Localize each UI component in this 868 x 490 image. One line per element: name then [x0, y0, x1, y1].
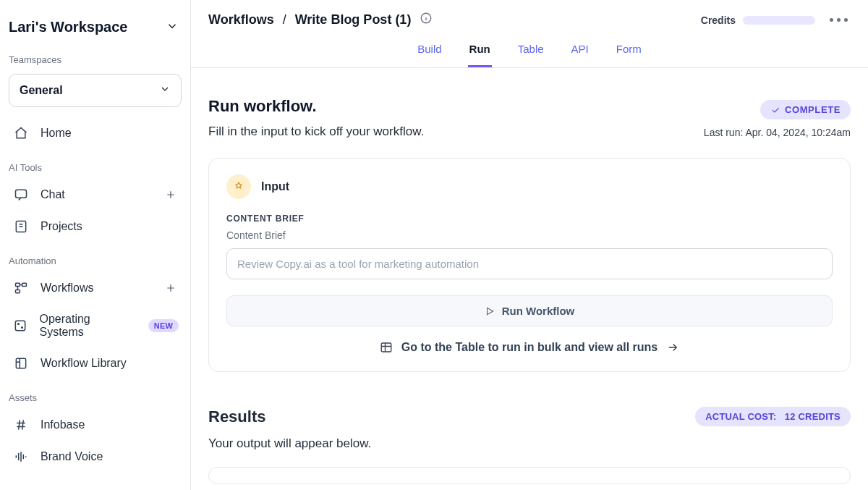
sidebar-item-workflow-library[interactable]: Workflow Library: [7, 347, 183, 379]
sidebar-item-label: Projects: [41, 220, 82, 233]
sidebar-item-workflows[interactable]: Workflows: [7, 272, 163, 304]
automation-label: Automation: [7, 242, 183, 272]
cost-badge: ACTUAL COST: 12 CREDITS: [695, 407, 851, 426]
tab-build[interactable]: Build: [416, 37, 443, 67]
sidebar-item-label: Workflows: [41, 282, 94, 295]
input-icon: [226, 174, 251, 199]
tab-form[interactable]: Form: [615, 37, 643, 67]
input-card: Input CONTENT BRIEF Content Brief Run Wo…: [208, 158, 851, 372]
sidebar-item-label: Home: [41, 127, 72, 140]
sidebar-item-label: Brand Voice: [41, 450, 103, 463]
tabs: Build Run Table API Form: [191, 37, 868, 68]
brand-voice-icon: [12, 449, 30, 464]
svg-rect-0: [16, 190, 27, 198]
svg-rect-8: [16, 358, 25, 368]
play-icon: [485, 306, 495, 316]
run-title: Run workflow.: [208, 97, 424, 116]
workspace-name: Lari's Workspace: [9, 19, 127, 35]
credits-bar: [743, 16, 815, 25]
check-icon: [770, 105, 780, 115]
run-subtitle: Fill in the input to kick off your workf…: [208, 124, 424, 139]
info-icon[interactable]: [420, 12, 433, 28]
run-button-label: Run Workflow: [502, 305, 575, 317]
tab-run[interactable]: Run: [468, 37, 492, 67]
library-icon: [12, 356, 30, 371]
operating-systems-icon: [12, 318, 30, 333]
sidebar-item-home[interactable]: Home: [7, 117, 183, 149]
results-title: Results: [208, 407, 265, 426]
cost-value: 12 CREDITS: [785, 411, 841, 422]
svg-rect-10: [381, 343, 391, 352]
chevron-down-icon: [159, 83, 171, 98]
content: Run workflow. Fill in the input to kick …: [191, 68, 868, 490]
tab-api[interactable]: API: [570, 37, 590, 67]
results-subtitle: Your output will appear below.: [208, 436, 851, 451]
ai-tools-label: AI Tools: [7, 149, 183, 179]
bulk-link-text: Go to the Table to run in bulk and view …: [401, 341, 658, 354]
chat-icon: [12, 187, 30, 202]
cost-label: ACTUAL COST:: [705, 411, 776, 422]
chevron-down-icon: [166, 20, 179, 35]
field-sublabel: Content Brief: [226, 229, 833, 241]
breadcrumb-bar: Workflows / Write Blog Post (1) Credits: [191, 0, 868, 37]
sidebar-item-chat[interactable]: Chat: [7, 179, 163, 211]
add-workflow-button[interactable]: [163, 280, 179, 296]
svg-rect-5: [16, 321, 25, 330]
svg-point-6: [18, 324, 20, 325]
home-icon: [12, 126, 30, 140]
teamspaces-label: Teamspaces: [7, 41, 183, 71]
last-run-text: Last run: Apr. 04, 2024, 10:24am: [704, 127, 851, 138]
projects-icon: [12, 219, 30, 234]
svg-rect-4: [16, 290, 20, 293]
svg-rect-2: [16, 283, 20, 286]
breadcrumb-root[interactable]: Workflows: [208, 12, 274, 28]
sidebar-item-label: Operating Systems: [40, 313, 132, 339]
tab-table[interactable]: Table: [516, 37, 545, 67]
svg-point-7: [22, 327, 23, 329]
sidebar-item-infobase[interactable]: Infobase: [7, 409, 183, 441]
sidebar-item-label: Infobase: [41, 418, 85, 431]
breadcrumb-separator: /: [283, 12, 286, 28]
credits-label: Credits: [701, 14, 736, 26]
table-icon: [380, 341, 393, 354]
more-menu-button[interactable]: [827, 15, 851, 25]
new-badge: NEW: [148, 319, 179, 332]
run-workflow-button[interactable]: Run Workflow: [226, 295, 833, 326]
status-badge: COMPLETE: [760, 100, 851, 119]
field-label: CONTENT BRIEF: [226, 214, 833, 224]
sidebar-item-brand-voice[interactable]: Brand Voice: [7, 441, 183, 473]
sidebar: Lari's Workspace Teamspaces General Home…: [0, 0, 191, 490]
breadcrumb-current: Write Blog Post (1): [295, 12, 412, 28]
sidebar-item-operating-systems[interactable]: Operating Systems NEW: [7, 304, 183, 347]
svg-rect-3: [22, 283, 27, 286]
credits-indicator[interactable]: Credits: [701, 14, 815, 26]
main: Workflows / Write Blog Post (1) Credits …: [191, 0, 868, 490]
bulk-run-link[interactable]: Go to the Table to run in bulk and view …: [226, 341, 833, 354]
results-card: [208, 467, 851, 484]
workflows-icon: [12, 281, 30, 295]
input-title: Input: [261, 180, 289, 193]
sidebar-item-projects[interactable]: Projects: [7, 211, 183, 242]
assets-label: Assets: [7, 379, 183, 409]
sidebar-item-label: Workflow Library: [41, 357, 127, 370]
workspace-switcher[interactable]: Lari's Workspace: [7, 13, 183, 41]
add-chat-button[interactable]: [163, 187, 179, 203]
hash-icon: [12, 418, 30, 432]
content-brief-input[interactable]: [226, 248, 833, 279]
teamspace-selected: General: [20, 84, 63, 97]
arrow-right-icon: [666, 341, 679, 354]
status-text: COMPLETE: [785, 104, 841, 115]
sidebar-item-label: Chat: [41, 188, 65, 201]
teamspace-select[interactable]: General: [9, 74, 182, 107]
